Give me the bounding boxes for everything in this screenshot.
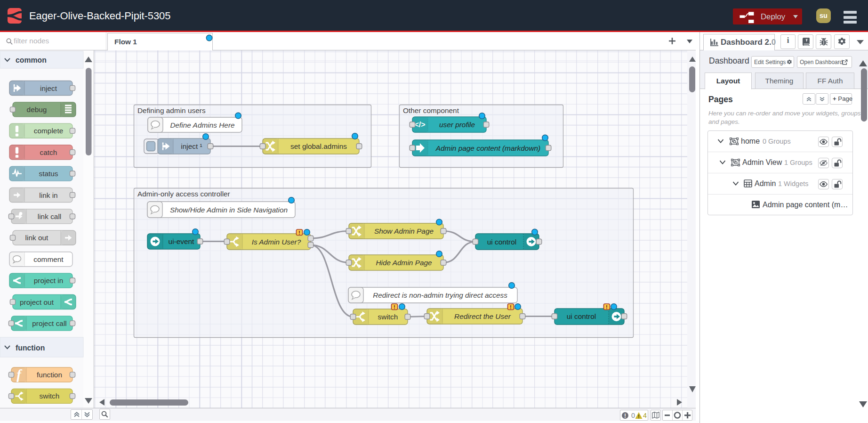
svg-text:inject ¹: inject ¹ (181, 142, 202, 150)
svg-text:user profile: user profile (439, 121, 475, 129)
svg-text:function: function (16, 344, 45, 352)
svg-text:comment: comment (33, 255, 64, 263)
svg-text:Redirect the User: Redirect the User (454, 312, 511, 320)
svg-text:ui-event: ui-event (169, 237, 194, 245)
svg-text:0: 0 (631, 412, 635, 419)
svg-text:Admin page content (markdown): Admin page content (markdown) (435, 144, 540, 152)
svg-text:link in: link in (39, 191, 57, 199)
svg-text:project call: project call (32, 319, 67, 327)
svg-text:Hide Admin Page: Hide Admin Page (376, 259, 432, 267)
svg-text:Is Admin User?: Is Admin User? (252, 238, 301, 246)
svg-text:project out: project out (20, 298, 54, 306)
svg-text:link call: link call (38, 212, 61, 220)
svg-text:Show Admin Page: Show Admin Page (374, 227, 434, 235)
svg-text:Defining admin users: Defining admin users (137, 106, 206, 114)
svg-text:!: ! (624, 413, 626, 419)
svg-text:ui control: ui control (487, 238, 516, 246)
svg-text:link out: link out (25, 234, 48, 242)
svg-text:complete: complete (34, 127, 63, 135)
svg-text:Define Admins Here: Define Admins Here (170, 121, 234, 129)
svg-text:switch: switch (40, 392, 60, 400)
svg-text:common: common (16, 56, 47, 64)
svg-text:debug: debug (27, 106, 47, 114)
svg-text:ui control: ui control (567, 312, 596, 320)
svg-text:project in: project in (34, 277, 63, 285)
svg-text:4: 4 (643, 412, 647, 419)
svg-text:Other component: Other component (403, 106, 459, 114)
svg-text:switch: switch (378, 313, 398, 321)
svg-text:set global.admins: set global.admins (290, 142, 347, 150)
svg-text:function: function (37, 371, 62, 379)
svg-text:Show/Hide Admin in Side Naviga: Show/Hide Admin in Side Navigation (170, 206, 288, 214)
svg-text:</>: </> (414, 121, 425, 129)
svg-text:inject: inject (40, 84, 57, 92)
svg-text:catch: catch (40, 148, 57, 156)
svg-text:Admin-only access controller: Admin-only access controller (137, 190, 230, 198)
svg-text:Redirect is non-admin trying d: Redirect is non-admin trying direct acce… (373, 291, 507, 299)
svg-text:status: status (39, 170, 58, 178)
